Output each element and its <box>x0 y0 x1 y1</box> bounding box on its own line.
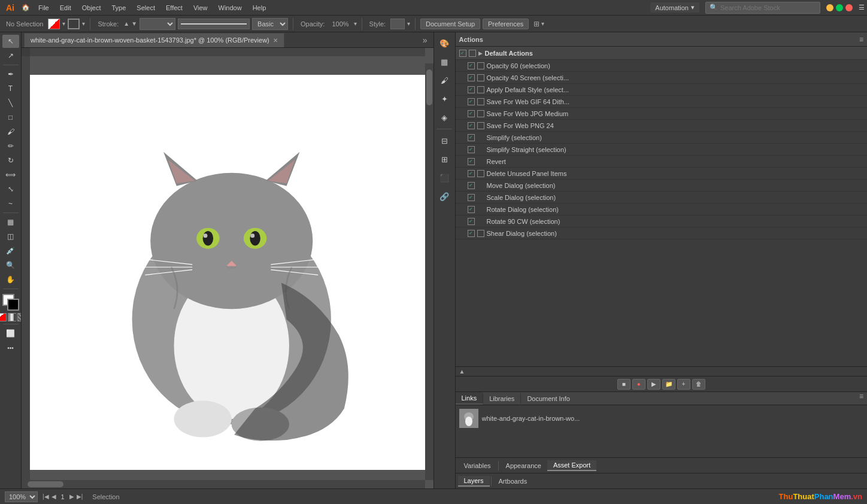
action-check-10[interactable] <box>468 182 475 189</box>
action-check-13[interactable] <box>468 218 475 225</box>
record-action-button[interactable]: ● <box>632 379 645 390</box>
action-dialog-3[interactable] <box>477 98 484 105</box>
warp-tool[interactable]: ~ <box>2 197 19 210</box>
type-tool[interactable]: T <box>2 82 19 95</box>
action-check-7[interactable] <box>468 146 475 153</box>
arrange-icon[interactable]: ⊞ <box>533 20 539 28</box>
style-chevron-icon[interactable]: ▾ <box>407 20 410 27</box>
asset-export-tab[interactable]: Asset Export <box>547 460 596 471</box>
artboards-tab[interactable]: Artboards <box>493 476 533 486</box>
horizontal-scrollbar[interactable] <box>22 480 425 488</box>
close-button[interactable] <box>845 4 853 11</box>
screen-mode-tool[interactable]: ⬜ <box>2 327 19 340</box>
stroke-down-icon[interactable]: ▼ <box>131 20 137 27</box>
style-select[interactable]: Basic <box>252 18 288 30</box>
action-check-12[interactable] <box>468 206 475 213</box>
rotate-tool[interactable]: ↻ <box>2 154 19 167</box>
stroke-select[interactable] <box>140 18 175 30</box>
canvas-container[interactable] <box>22 48 434 488</box>
menu-file[interactable]: File <box>34 3 54 13</box>
group-check-box[interactable] <box>459 50 466 57</box>
rect-tool[interactable]: □ <box>2 111 19 124</box>
action-check-11[interactable] <box>468 194 475 201</box>
menu-help[interactable]: Help <box>248 3 271 13</box>
select-tool[interactable]: ↖ <box>2 35 19 48</box>
panel-expand-icon[interactable]: » <box>419 35 431 45</box>
action-check-2[interactable] <box>468 86 475 93</box>
links-panel-menu-icon[interactable]: ≡ <box>856 392 867 405</box>
action-item-14[interactable]: Shear Dialog (selection) <box>456 227 868 239</box>
more-tools-btn[interactable]: ••• <box>2 341 19 354</box>
new-action-set-button[interactable]: 📁 <box>662 379 675 390</box>
libraries-tab[interactable]: Libraries <box>483 392 520 405</box>
menu-effect[interactable]: Effect <box>161 3 187 13</box>
actions-scroll-up-icon[interactable]: ▲ <box>459 368 465 375</box>
reflect-tool[interactable]: ⟺ <box>2 168 19 181</box>
hand-tool[interactable]: ✋ <box>2 273 19 286</box>
horizontal-scroll-thumb[interactable] <box>28 481 63 487</box>
action-item-5[interactable]: Save For Web PNG 24 <box>456 120 868 132</box>
action-item-0[interactable]: Opacity 60 (selection) <box>456 60 868 72</box>
appearance-tab[interactable]: Appearance <box>500 461 547 470</box>
variables-tab[interactable]: Variables <box>458 461 497 470</box>
action-item-10[interactable]: Move Dialog (selection) <box>456 180 868 192</box>
group-dialog-box[interactable] <box>469 50 476 57</box>
document-tab[interactable]: white-and-gray-cat-in-brown-woven-basket… <box>24 33 284 47</box>
links-panel-icon[interactable]: 🔗 <box>436 188 453 205</box>
action-dialog-5[interactable] <box>477 122 484 129</box>
pencil-tool[interactable]: ✏ <box>2 139 19 153</box>
action-item-7[interactable]: Simplify Straight (selection) <box>456 144 868 156</box>
brushes-panel-icon[interactable]: 🖌 <box>436 72 453 89</box>
action-check-4[interactable] <box>468 110 475 117</box>
action-check-6[interactable] <box>468 134 475 141</box>
menu-overflow-icon[interactable]: ☰ <box>859 4 865 11</box>
stroke-chevron-icon[interactable]: ▾ <box>82 20 85 27</box>
play-action-button[interactable]: ▶ <box>647 379 660 390</box>
pen-tool[interactable]: ✒ <box>2 68 19 81</box>
align-panel-icon[interactable]: ⊟ <box>436 132 453 149</box>
links-tab[interactable]: Links <box>456 392 483 405</box>
symbols-panel-icon[interactable]: ✦ <box>436 90 453 107</box>
next-page-button[interactable]: ▶ <box>69 493 74 500</box>
action-item-12[interactable]: Rotate Dialog (selection) <box>456 204 868 215</box>
action-item-13[interactable]: Rotate 90 CW (selection) <box>456 215 868 227</box>
automation-button[interactable]: Automation ▾ <box>650 2 699 13</box>
menu-edit[interactable]: Edit <box>55 3 76 13</box>
action-dialog-9[interactable] <box>477 170 484 177</box>
action-dialog-0[interactable] <box>477 62 484 69</box>
graphic-styles-icon[interactable]: ◈ <box>436 109 453 126</box>
menu-view[interactable]: View <box>189 3 213 13</box>
action-item-8[interactable]: Revert <box>456 156 868 168</box>
menu-window[interactable]: Window <box>214 3 247 13</box>
vertical-scroll-thumb[interactable] <box>426 69 432 105</box>
vertical-scrollbar[interactable] <box>425 63 434 480</box>
gradient-tool[interactable]: ◫ <box>2 230 19 243</box>
action-item-6[interactable]: Simplify (selection) <box>456 132 868 144</box>
opacity-chevron-icon[interactable]: ▾ <box>354 20 357 27</box>
scale-tool[interactable]: ⤡ <box>2 183 19 196</box>
prev-page-button[interactable]: ◀ <box>51 493 56 500</box>
action-check-8[interactable] <box>468 158 475 165</box>
minimize-button[interactable] <box>826 4 833 11</box>
action-check-3[interactable] <box>468 98 475 105</box>
document-info-tab[interactable]: Document Info <box>521 392 576 405</box>
action-check-14[interactable] <box>468 230 475 237</box>
tab-close-button[interactable]: ✕ <box>273 37 278 44</box>
arrange-chevron-icon[interactable]: ▾ <box>541 20 544 27</box>
paintbrush-tool[interactable]: 🖌 <box>2 125 19 138</box>
gradient-swatch[interactable] <box>8 313 16 321</box>
column-graph-tool[interactable]: ▦ <box>2 215 19 229</box>
line-tool[interactable]: ╲ <box>2 96 19 110</box>
action-check-0[interactable] <box>468 62 475 69</box>
pathfinder-icon[interactable]: ⬛ <box>436 169 453 186</box>
action-item-11[interactable]: Scale Dialog (selection) <box>456 192 868 204</box>
action-dialog-14[interactable] <box>477 230 484 237</box>
stroke-up-icon[interactable]: ▲ <box>123 20 129 27</box>
group-expand-icon[interactable]: ▶ <box>478 50 483 56</box>
menu-type[interactable]: Type <box>107 3 131 13</box>
menu-object[interactable]: Object <box>77 3 106 13</box>
color-panel-icon[interactable]: 🎨 <box>436 35 453 51</box>
last-page-button[interactable]: ▶| <box>77 493 83 500</box>
fill-chevron-icon[interactable]: ▾ <box>62 20 65 27</box>
action-check-5[interactable] <box>468 122 475 129</box>
